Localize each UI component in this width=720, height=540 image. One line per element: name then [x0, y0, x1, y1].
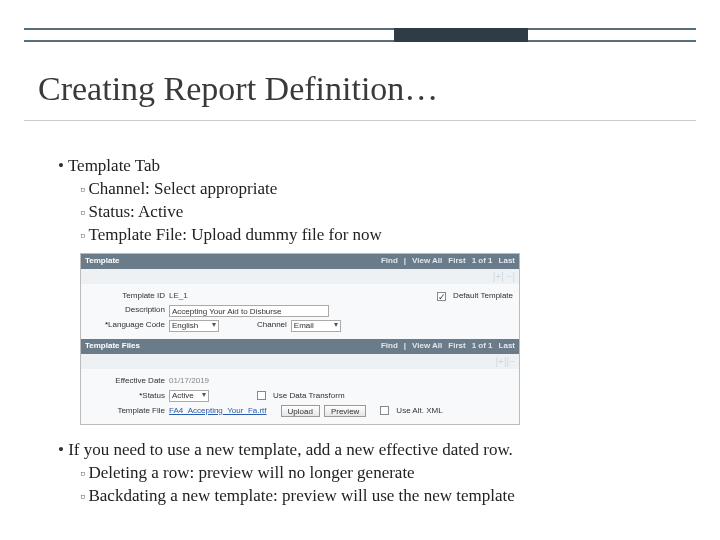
upload-button[interactable]: Upload — [281, 405, 320, 417]
sub-status: Status: Active — [80, 201, 680, 224]
label-use-alt-xml: Use Alt. XML — [396, 406, 442, 417]
sub-deleting-row: Deleting a row: preview will no longer g… — [80, 462, 680, 485]
nav-view-all[interactable]: View All — [412, 256, 442, 267]
sub-backdating: Backdating a new template: preview will … — [80, 485, 680, 508]
sub-channel: Channel: Select appropriate — [80, 178, 680, 201]
slide-accent — [24, 28, 696, 42]
embedded-screenshot: Template Find | View All First 1 of 1 La… — [80, 253, 520, 425]
label-channel: Channel — [257, 320, 287, 331]
label-language-code: Language Code — [87, 320, 165, 331]
bullet-template-tab: Template Tab Channel: Select appropriate… — [58, 155, 680, 425]
select-channel[interactable]: Email — [291, 320, 341, 332]
sub-template-file: Template File: Upload dummy file for now — [80, 224, 680, 247]
nav-find[interactable]: Find — [381, 256, 398, 267]
slide-title: Creating Report Definition… — [38, 70, 438, 108]
value-effective-date: 01/17/2019 — [169, 376, 209, 387]
nav-last-2[interactable]: Last — [499, 341, 515, 352]
checkbox-default-template[interactable] — [437, 292, 446, 301]
label-default-template: Default Template — [453, 291, 513, 302]
nav-find-2[interactable]: Find — [381, 341, 398, 352]
label-template-file: Template File — [87, 406, 165, 417]
select-status[interactable]: Active — [169, 390, 209, 402]
label-description: Description — [87, 305, 165, 316]
nav-first-2[interactable]: First — [448, 341, 465, 352]
nav-view-all-2[interactable]: View All — [412, 341, 442, 352]
template-files-bar: Template Files Find | View All First 1 o… — [81, 339, 519, 354]
preview-button[interactable]: Preview — [324, 405, 366, 417]
checkbox-use-alt-xml[interactable] — [380, 406, 389, 415]
template-bar-label: Template — [85, 256, 120, 267]
select-language-code[interactable]: English — [169, 320, 219, 332]
row-add-remove[interactable]: |+| −| — [81, 269, 519, 285]
input-description[interactable]: Accepting Your Aid to Disburse — [169, 305, 329, 317]
label-status: Status — [87, 391, 165, 402]
nav-count-2: 1 of 1 — [472, 341, 493, 352]
bullet-new-template: If you need to use a new template, add a… — [58, 439, 680, 508]
nav-count: 1 of 1 — [472, 256, 493, 267]
slide-content: Template Tab Channel: Select appropriate… — [58, 155, 680, 512]
nav-last[interactable]: Last — [499, 256, 515, 267]
checkbox-use-data-transform[interactable] — [257, 391, 266, 400]
label-effective-date: Effective Date — [87, 376, 165, 387]
label-use-data-transform: Use Data Transform — [273, 391, 345, 402]
files-bar-label: Template Files — [85, 341, 140, 352]
template-section-bar: Template Find | View All First 1 of 1 La… — [81, 254, 519, 269]
link-template-file[interactable]: FA4_Accepting_Your_Fa.rtf — [169, 406, 267, 417]
files-row-add-remove[interactable]: |+||− — [81, 354, 519, 370]
value-template-id: LE_1 — [169, 291, 188, 302]
title-underline — [24, 120, 696, 121]
nav-first[interactable]: First — [448, 256, 465, 267]
label-template-id: Template ID — [87, 291, 165, 302]
